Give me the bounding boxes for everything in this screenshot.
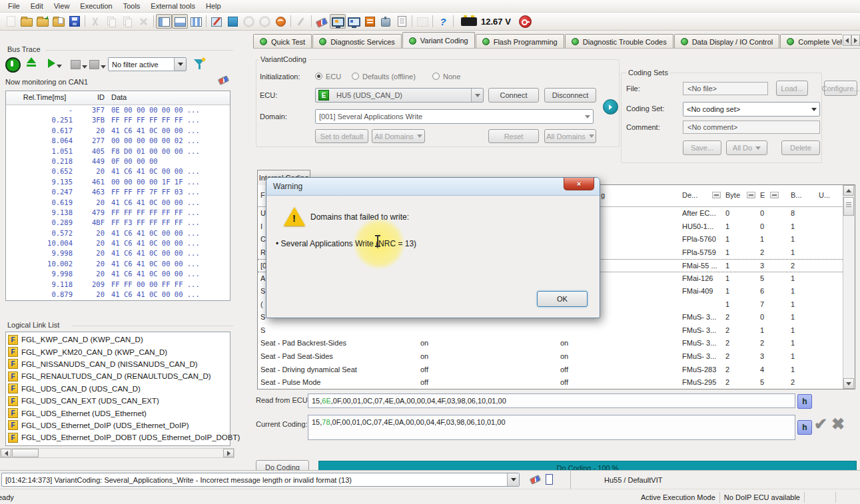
load-button[interactable]: Load...: [776, 81, 808, 96]
dropdown-button[interactable]: [174, 58, 186, 71]
column-header[interactable]: ID: [75, 93, 105, 101]
column-header-byte[interactable]: Byte: [725, 191, 740, 199]
vertical-scrollbar[interactable]: [843, 185, 855, 389]
bus-trace-row[interactable]: 10.0042041 C6 41 0C 00 00 ...: [6, 238, 230, 248]
close-icon[interactable]: ×: [564, 178, 594, 190]
menu-item-execution[interactable]: Execution: [75, 1, 117, 11]
bus-tool-button-1[interactable]: [71, 60, 87, 69]
bus-trace-row[interactable]: 0.247463FF FF FF 7F FF 03 ...: [6, 187, 230, 197]
services-icon[interactable]: [362, 14, 378, 29]
column-filter-button[interactable]: [747, 192, 755, 198]
logical-link-item[interactable]: FFGL_KWP_CAN_D (KWP_CAN_D): [6, 334, 230, 346]
connector-icon[interactable]: [378, 14, 394, 29]
coding-set-select[interactable]: <No coding set>: [683, 102, 820, 117]
bus-monitor-icon[interactable]: [330, 14, 346, 29]
dropdown-button[interactable]: [471, 89, 483, 102]
dropdown-button[interactable]: [808, 103, 819, 116]
logical-link-item[interactable]: FFGL_KWP_KM20_CAN_D (KWP_CAN_D): [6, 346, 230, 358]
column-header-description[interactable]: De...: [682, 191, 697, 199]
menu-item-tools[interactable]: Tools: [118, 1, 146, 11]
execute-coding-button[interactable]: [603, 99, 618, 115]
bus-trace-row[interactable]: 0.2894BFFF F3 FF FF FF FF ...: [6, 218, 230, 228]
bus-trace-row[interactable]: 0.6192041 C6 41 0C 00 00 ...: [6, 198, 230, 208]
menu-item-file[interactable]: File: [3, 1, 25, 11]
bus-trace-row[interactable]: 1.051405F8 D0 01 00 00 00 ...: [6, 146, 230, 156]
coding-table-row[interactable]: SFMuS- 3...211: [258, 324, 855, 338]
tab-quick-test[interactable]: Quick Test: [253, 34, 312, 48]
coding-table-row[interactable]: Seat - Pad Seat-SidesononFMuS- 3...231: [258, 350, 855, 364]
script-editor-icon[interactable]: [209, 14, 224, 29]
radio-none-label[interactable]: None: [443, 73, 460, 81]
menu-item-help[interactable]: Help: [201, 1, 226, 11]
current-coding-field[interactable]: 15,78,0F,00,01,0C,07,4E,0A,00,00,04,4F,0…: [308, 415, 795, 440]
bus-filter-select[interactable]: No filter active: [108, 57, 187, 71]
ecu-select[interactable]: E HU5 (UDS_CAN_D): [315, 88, 484, 103]
logical-link-item[interactable]: FFGL_UDS_CAN_D (UDS_CAN_D): [6, 383, 230, 395]
logical-link-item[interactable]: FFGL_UDS_CAN_EXT (UDS_CAN_EXT): [6, 395, 230, 407]
security-key-icon[interactable]: [519, 15, 532, 28]
disconnect-button[interactable]: Disconnect: [544, 88, 596, 103]
clear-trace-icon[interactable]: [218, 75, 229, 85]
accept-coding-icon[interactable]: ✔: [814, 415, 827, 433]
network-monitor-icon[interactable]: [346, 14, 362, 29]
column-header-e[interactable]: E: [760, 191, 765, 199]
ok-button[interactable]: OK: [537, 291, 588, 307]
bus-trace-row[interactable]: 9.9982041 C6 41 0C 00 00 ...: [6, 248, 230, 258]
scroll-down-button[interactable]: [843, 378, 854, 389]
web-globe-icon[interactable]: [272, 14, 288, 29]
column-header-u[interactable]: U...: [819, 191, 830, 199]
connect-button[interactable]: Connect: [488, 88, 539, 103]
all-do-select[interactable]: All Do: [726, 140, 767, 155]
bus-trace-row[interactable]: 9.138479FF FF FF FF FF FF ...: [6, 208, 230, 218]
open-file-icon[interactable]: [19, 14, 35, 29]
all-domains-select-1[interactable]: All Domains: [372, 129, 425, 143]
bus-upload-button[interactable]: [27, 57, 36, 67]
filter-icon[interactable]: [193, 58, 205, 70]
scroll-up-button[interactable]: [843, 185, 854, 196]
domain-select[interactable]: [001] Several Applications Write: [315, 109, 594, 124]
tab-complete-vehicle-coc[interactable]: Complete Vehicle Coc: [780, 34, 842, 48]
eraser-icon[interactable]: [314, 14, 330, 29]
column-filter-button[interactable]: [712, 192, 721, 198]
logical-link-item[interactable]: FFGL_NISSANUDS_CAN_D (NISSANUDS_CAN_D): [6, 358, 230, 370]
bus-trace-row[interactable]: 9.9982041 C6 41 0C 00 00 ...: [6, 269, 230, 279]
set-to-default-button[interactable]: Set to default: [315, 129, 368, 143]
tab-variant-coding[interactable]: Variant Coding: [402, 32, 475, 48]
scroll-left-button[interactable]: [1, 449, 11, 457]
bus-trace-row[interactable]: 0.8792041 C6 41 0C 00 00 ...: [6, 290, 230, 300]
bus-trace-row[interactable]: 8.06427700 00 00 00 00 02 ...: [6, 136, 230, 146]
bus-trace-row[interactable]: 0.2184490F 00 00 00: [6, 156, 230, 166]
tab-scroll-left-button[interactable]: [843, 35, 851, 46]
layout-bottom-icon[interactable]: [172, 14, 188, 29]
bus-trace-row[interactable]: 10.0022041 C6 41 0C 00 00 ...: [6, 259, 230, 269]
dropdown-button[interactable]: [507, 473, 519, 486]
reset-button[interactable]: Reset: [488, 129, 539, 143]
all-domains-select-2[interactable]: All Domains: [544, 129, 596, 143]
column-header[interactable]: Rel.Time[ms]: [15, 93, 74, 101]
radio-ecu-label[interactable]: ECU: [326, 73, 341, 81]
read-hex-button[interactable]: h: [797, 394, 812, 409]
log-message-select[interactable]: [01:42:14:373] VariantCoding: Several_Ap…: [1, 473, 520, 487]
logical-link-item[interactable]: FFGL_UDS_Ethernet (UDS_Ethernet): [6, 407, 230, 419]
dropdown-button[interactable]: [582, 110, 593, 123]
help-icon[interactable]: ?: [435, 14, 451, 29]
dialog-title-bar[interactable]: Warning: [266, 178, 600, 196]
open-folder-icon[interactable]: [35, 14, 51, 29]
bus-start-stop-button[interactable]: [5, 57, 21, 73]
document-icon[interactable]: [394, 14, 410, 29]
scroll-right-button[interactable]: [223, 449, 234, 457]
radio-none[interactable]: [432, 73, 440, 80]
column-header[interactable]: Data: [111, 93, 127, 101]
save-button[interactable]: Save...: [683, 140, 721, 155]
discard-coding-icon[interactable]: ✖: [831, 415, 845, 433]
tab-data-display-io-control[interactable]: Data Display / IO Control: [674, 34, 780, 48]
radio-ecu[interactable]: [315, 73, 322, 80]
tab-flash-programming[interactable]: Flash Programming: [476, 34, 564, 48]
bus-play-button[interactable]: [48, 59, 62, 68]
bus-trace-row[interactable]: 0.6522041 C6 41 0C 00 00 ...: [6, 166, 230, 176]
bus-trace-row[interactable]: 9.118209FF FF 00 00 FF FF ...: [6, 280, 230, 290]
menu-item-external-tools[interactable]: External tools: [145, 1, 201, 11]
scrollbar-thumb[interactable]: [843, 197, 854, 216]
delete-button[interactable]: Delete: [781, 140, 820, 155]
coding-table-row[interactable]: Seat - Driving dynamical SeatoffoffFMuS-…: [258, 364, 855, 377]
